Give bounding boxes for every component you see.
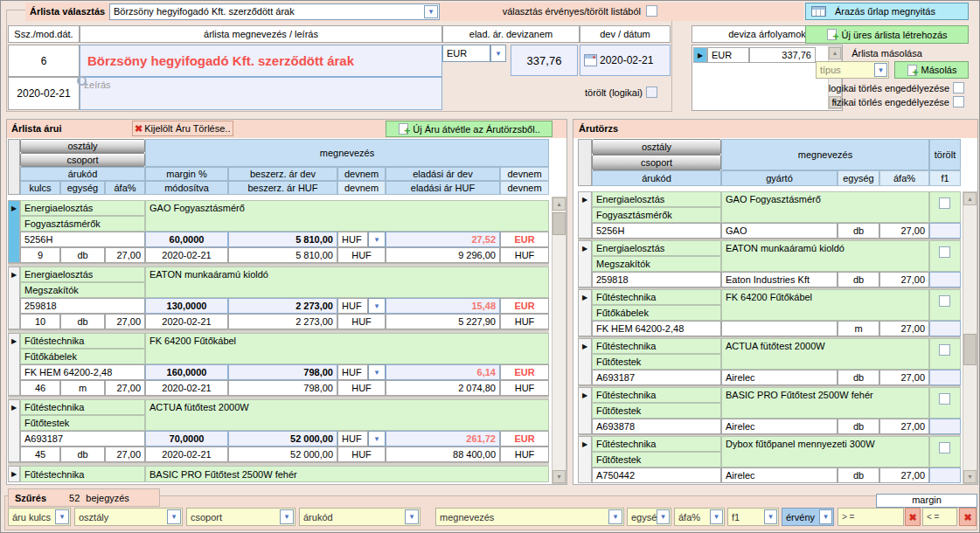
- filter-afa[interactable]: áfa%: [674, 508, 725, 526]
- scroll-down-icon[interactable]: [963, 470, 977, 483]
- torolt-checkbox[interactable]: [939, 246, 950, 258]
- table-row[interactable]: Fűtéstechnika Dybox fűtőpanel mennyezeti…: [578, 436, 961, 483]
- copy-type-select[interactable]: típus: [816, 61, 889, 79]
- row-selector[interactable]: [8, 200, 20, 263]
- cell-devnem1[interactable]: HUF: [337, 298, 368, 314]
- row-selector[interactable]: [578, 289, 592, 336]
- right-grid-scrollbar[interactable]: [963, 191, 977, 484]
- row-selector[interactable]: [578, 191, 592, 239]
- cell-arukod[interactable]: 5256H: [20, 232, 145, 247]
- table-row[interactable]: Fűtéstechnika BASIC PRO Fűtőtest 2500W f…: [8, 466, 549, 482]
- torolt-checkbox[interactable]: [939, 393, 950, 405]
- margin-gte-input[interactable]: > =: [838, 508, 904, 526]
- row-selector[interactable]: [578, 387, 592, 434]
- cell-arukod[interactable]: 259818: [592, 272, 721, 287]
- table-row[interactable]: Energiaelosztás GAO Fogyasztásmérő Fogya…: [578, 191, 961, 239]
- cell-arukod[interactable]: 5256H: [592, 223, 721, 239]
- cell-beszerz-dev[interactable]: 798,00: [228, 364, 337, 380]
- table-row[interactable]: Fűtéstechnika ACTUA fütőtest 2000W Fűtőt…: [8, 399, 549, 462]
- valid-deleted-checkbox[interactable]: [646, 5, 657, 17]
- chevron-down-icon[interactable]: [490, 45, 506, 62]
- delete-selected-item-button[interactable]: Kijelölt Áru Törlése..: [132, 121, 233, 136]
- table-row[interactable]: Fűtéstechnika BASIC PRO Fűtőtest 2500W f…: [578, 387, 961, 434]
- chevron-down-icon[interactable]: [280, 509, 294, 524]
- clear-lte-button[interactable]: [959, 508, 977, 526]
- cell-eladasi-dev[interactable]: 27,52: [386, 232, 500, 247]
- cell-beszerz-dev[interactable]: 5 810,00: [228, 232, 337, 247]
- date-field[interactable]: 2020-02-21: [580, 45, 671, 76]
- fx-row-selector[interactable]: [693, 47, 707, 63]
- chevron-down-icon[interactable]: [167, 509, 181, 524]
- description-field[interactable]: Leírás: [80, 77, 442, 110]
- deleted-logical-checkbox[interactable]: [646, 87, 657, 98]
- cell-gyarto[interactable]: GAO: [721, 223, 838, 239]
- filter-csoport[interactable]: csoport: [186, 508, 295, 526]
- right-header-csoport[interactable]: csoport: [592, 155, 721, 170]
- clear-gte-button[interactable]: [905, 508, 921, 526]
- fx-code[interactable]: EUR: [707, 47, 749, 63]
- cell-eladasi-dev[interactable]: 261,72: [386, 431, 500, 446]
- scroll-up-icon[interactable]: [553, 197, 566, 211]
- price-list-select[interactable]: Börzsöny hegyifogadó Kft. szerződött ára…: [109, 3, 440, 20]
- cell-arukod[interactable]: FK HEM 64200-2,48: [592, 321, 721, 336]
- cell-margin[interactable]: 160,0000: [145, 364, 228, 380]
- left-grid-scrollbar[interactable]: [552, 197, 566, 484]
- right-header-osztaly[interactable]: osztály: [592, 139, 721, 155]
- open-pricing-form-button[interactable]: Árazás űrlap megnyitás: [805, 3, 969, 20]
- margin-lte-input[interactable]: < =: [922, 508, 957, 526]
- rate-field[interactable]: 337,76: [511, 45, 578, 76]
- cell-gyarto[interactable]: [721, 321, 838, 336]
- filter-megnevezes[interactable]: megnevezés: [435, 508, 624, 526]
- row-selector[interactable]: [578, 436, 592, 483]
- cell-arukod[interactable]: A693187: [20, 431, 145, 446]
- calendar-icon[interactable]: [584, 54, 597, 66]
- chevron-down-icon[interactable]: [424, 5, 438, 18]
- logical-delete-checkbox[interactable]: [953, 82, 964, 93]
- table-row[interactable]: Energiaelosztás EATON munkaáramú kioldó …: [8, 266, 549, 329]
- cell-arukod[interactable]: A693187: [592, 370, 721, 385]
- row-selector[interactable]: [8, 333, 20, 396]
- table-row[interactable]: Fűtéstechnika FK 64200 Fűtőkábel Fűtőkáb…: [578, 289, 961, 336]
- add-item-from-catalog-button[interactable]: Új Áru átvétle az Árutörzsből..: [386, 121, 553, 137]
- cell-beszerz-dev[interactable]: 52 000,00: [228, 431, 337, 446]
- cell-arukod[interactable]: A750442: [592, 467, 721, 483]
- chevron-down-icon[interactable]: [368, 431, 386, 446]
- physical-delete-checkbox[interactable]: [953, 96, 964, 107]
- chevron-down-icon[interactable]: [764, 509, 777, 524]
- chevron-down-icon[interactable]: [368, 232, 386, 247]
- scroll-down-icon[interactable]: [553, 470, 566, 483]
- chevron-down-icon[interactable]: [368, 364, 386, 380]
- cell-gyarto[interactable]: Eaton Industries Kft: [721, 272, 838, 287]
- table-row[interactable]: Energiaelosztás GAO Fogyasztásmérő Fogya…: [8, 200, 549, 263]
- left-header-osztaly[interactable]: osztály: [20, 139, 145, 153]
- currency-select[interactable]: EUR: [442, 45, 490, 62]
- cell-gyarto[interactable]: Airelec: [721, 419, 838, 434]
- cell-margin[interactable]: 70,0000: [145, 431, 228, 446]
- row-selector[interactable]: [8, 466, 20, 482]
- left-header-csoport[interactable]: csoport: [20, 153, 145, 167]
- copy-button[interactable]: Másolás: [894, 61, 969, 79]
- scrollbar-thumb[interactable]: [963, 334, 977, 365]
- cell-eladasi-dev[interactable]: 15,48: [386, 298, 500, 314]
- chevron-down-icon[interactable]: [819, 509, 832, 524]
- filter-f1[interactable]: f1: [727, 508, 779, 526]
- torolt-checkbox[interactable]: [939, 295, 950, 307]
- torolt-checkbox[interactable]: [939, 442, 950, 453]
- scrollbar-thumb[interactable]: [553, 212, 566, 235]
- chevron-down-icon[interactable]: [405, 509, 419, 524]
- chevron-down-icon[interactable]: [657, 509, 670, 524]
- torolt-checkbox[interactable]: [939, 344, 950, 356]
- cell-eladasi-dev[interactable]: 6,14: [386, 364, 500, 380]
- record-name-field[interactable]: Börzsöny hegyifogadó Kft. szerződött ára…: [80, 45, 442, 77]
- table-row[interactable]: Fűtéstechnika ACTUA fütőtest 2000W Fűtőt…: [578, 338, 961, 385]
- chevron-down-icon[interactable]: [55, 509, 69, 524]
- cell-arukod[interactable]: FK HEM 64200-2,48: [20, 364, 145, 380]
- row-selector[interactable]: [8, 399, 20, 462]
- filter-ervenyes[interactable]: érvény: [782, 508, 834, 526]
- cell-devnem1[interactable]: HUF: [337, 232, 368, 247]
- chevron-down-icon[interactable]: [874, 63, 887, 77]
- chevron-down-icon[interactable]: [608, 509, 622, 524]
- filter-arukod[interactable]: árukód: [299, 508, 420, 526]
- row-selector[interactable]: [578, 240, 592, 287]
- cell-margin[interactable]: 130,0000: [145, 298, 228, 314]
